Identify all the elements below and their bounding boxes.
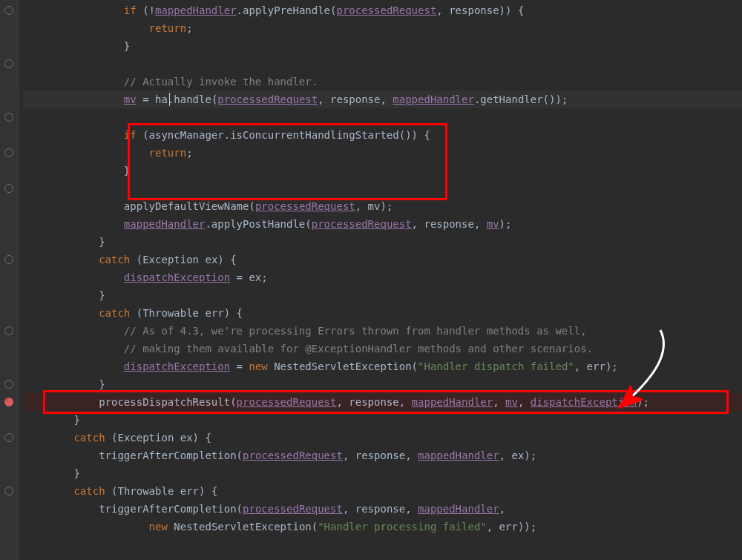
token-var: dispatchException [124, 360, 230, 372]
token-var: mappedHandler [124, 218, 206, 230]
token-var: processedRequest [312, 218, 412, 230]
code-line[interactable]: mv = ha.handle(processedRequest, respons… [24, 90, 742, 108]
token-var: processedRequest [237, 396, 337, 408]
token-id: } [73, 414, 79, 426]
breakpoint-icon[interactable] [4, 398, 13, 406]
token-id: (Throwable err) { [130, 307, 243, 319]
code-line[interactable]: catch (Exception ex) { [24, 251, 742, 269]
token-id: = ex; [230, 271, 268, 283]
token-var: dispatchException [531, 396, 637, 408]
code-line[interactable]: catch (Throwable err) { [24, 304, 742, 322]
code-line[interactable]: triggerAfterCompletion(processedRequest,… [24, 447, 742, 464]
code-line[interactable]: dispatchException = ex; [24, 269, 742, 286]
code-line[interactable]: } [24, 411, 742, 429]
token-kw: catch [99, 307, 130, 319]
code-editor[interactable]: if (!mappedHandler.applyPreHandle(proces… [0, 0, 742, 560]
token-cm: // As of 4.3, we're processing Errors th… [124, 325, 587, 337]
token-var: processedRequest [255, 200, 355, 212]
gutter-fold-icon[interactable] [0, 1, 18, 19]
code-line[interactable]: } [24, 286, 742, 304]
token-id: .getHandler()); [474, 93, 568, 105]
token-id: ; [186, 147, 192, 159]
token-cm: // Actually invoke the handler. [124, 76, 318, 88]
gutter-breakpoint[interactable] [0, 393, 18, 411]
token-id: ; [186, 22, 192, 34]
text-caret [169, 93, 170, 106]
token-var: mappedHandler [155, 4, 237, 16]
code-line[interactable]: mappedHandler.applyPostHandle(processedR… [24, 215, 742, 233]
code-line[interactable]: processDispatchResult(processedRequest, … [24, 393, 742, 411]
code-area[interactable]: if (!mappedHandler.applyPreHandle(proces… [18, 0, 742, 560]
token-var: processedRequest [336, 4, 436, 16]
code-line[interactable]: } [24, 37, 742, 55]
gutter-fold-icon[interactable] [0, 144, 18, 162]
token-id: } [124, 40, 130, 52]
token-kw: catch [73, 432, 105, 444]
token-var: dispatchException [124, 271, 230, 283]
code-line[interactable]: if (asyncManager.isConcurrentHandlingSta… [24, 126, 742, 144]
gutter-fold-icon[interactable] [0, 179, 18, 197]
token-id: .applyPostHandle( [205, 218, 311, 230]
token-var: processedRequest [243, 503, 343, 515]
code-line[interactable]: // As of 4.3, we're processing Errors th… [24, 322, 742, 340]
token-var: mv [505, 396, 518, 408]
token-paren: (! [137, 4, 155, 16]
token-id: triggerAfterCompletion( [99, 503, 243, 515]
token-var: mappedHandler [412, 396, 493, 408]
token-var: mappedHandler [418, 503, 499, 515]
gutter-fold-icon[interactable] [0, 482, 18, 500]
code-line[interactable]: if (!mappedHandler.applyPreHandle(proces… [24, 1, 742, 19]
token-id: } [99, 289, 105, 301]
token-id: , err); [574, 360, 618, 372]
gutter-fold-icon[interactable] [0, 429, 18, 447]
code-line[interactable]: triggerAfterCompletion(processedRequest,… [24, 500, 742, 518]
token-id: NestedServletException( [168, 521, 318, 533]
token-id: , response, [412, 218, 487, 230]
token-id: ); [637, 396, 649, 408]
code-line[interactable]: // making them available for @ExceptionH… [24, 340, 742, 358]
code-line[interactable]: catch (Throwable err) { [24, 482, 742, 500]
token-kw: if [124, 129, 137, 141]
token-kw: new [249, 360, 267, 372]
code-line[interactable]: catch (Exception ex) { [24, 429, 742, 447]
code-line[interactable]: return; [24, 19, 742, 37]
token-id: , response)) { [436, 4, 524, 16]
gutter-fold-icon[interactable] [0, 375, 18, 393]
code-line[interactable]: return; [24, 144, 742, 162]
gutter-fold-icon[interactable] [0, 322, 18, 340]
editor-gutter[interactable] [0, 0, 19, 560]
token-id: , err)); [487, 521, 536, 533]
token-id: NestedServletException( [268, 360, 418, 372]
code-line[interactable] [24, 108, 742, 126]
token-id: , [493, 396, 505, 408]
gutter-fold-icon[interactable] [0, 108, 18, 126]
code-line[interactable]: } [24, 375, 742, 393]
token-var: mv [487, 218, 499, 230]
gutter-fold-icon[interactable] [0, 251, 18, 269]
code-line[interactable]: // Actually invoke the handler. [24, 73, 742, 90]
code-line[interactable]: dispatchException = new NestedServletExc… [24, 358, 742, 375]
token-id: , response, [343, 503, 418, 515]
code-line[interactable]: } [24, 162, 742, 179]
token-var: mappedHandler [393, 93, 474, 105]
token-id: , [518, 396, 531, 408]
token-id: , response, [343, 449, 418, 461]
token-var: mappedHandler [418, 449, 499, 461]
token-id: = ha [137, 93, 168, 105]
token-kw: return [149, 22, 187, 34]
code-line[interactable] [24, 179, 742, 197]
token-id: = [230, 360, 249, 372]
token-id: , response, [336, 396, 411, 408]
token-id: (Exception ex) { [130, 254, 236, 266]
code-line[interactable]: applyDefaultViewName(processedRequest, m… [24, 197, 742, 215]
code-line[interactable]: new NestedServletException("Handler proc… [24, 518, 742, 536]
code-line[interactable]: } [24, 233, 742, 251]
token-id: .applyPreHandle( [237, 4, 337, 16]
code-line[interactable]: } [24, 464, 742, 482]
token-id: applyDefaultViewName( [124, 200, 255, 212]
gutter-fold-icon[interactable] [0, 55, 18, 73]
code-line[interactable] [24, 55, 742, 73]
token-id: triggerAfterCompletion( [99, 449, 243, 461]
token-id: ); [499, 218, 512, 230]
token-id: , mv); [355, 200, 393, 212]
